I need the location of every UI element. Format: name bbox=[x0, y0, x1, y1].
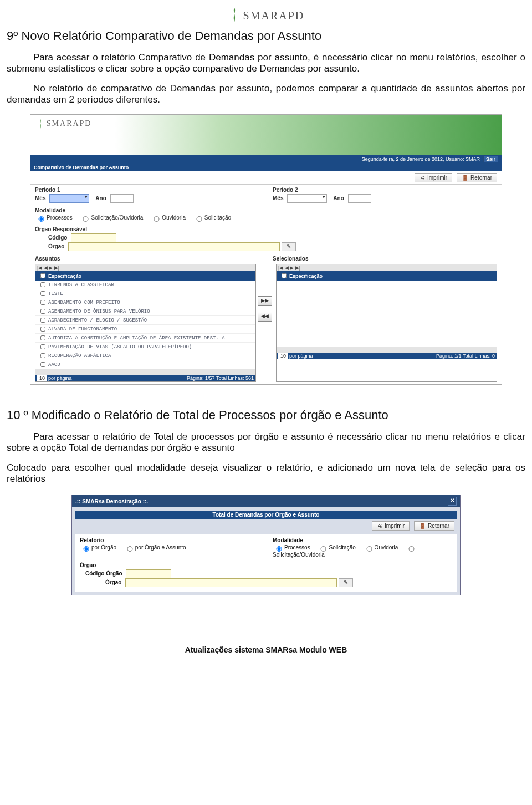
print-button[interactable]: 🖨Imprimir bbox=[415, 173, 452, 182]
section-1-p2: No relatório de comparativo de Demandas … bbox=[7, 83, 525, 105]
assunto-item[interactable]: AGRADECIMENTO / ELOGIO / SUGESTÃO bbox=[35, 316, 255, 325]
selecionados-label: Selecionados bbox=[273, 254, 497, 263]
selecionados-select-all[interactable] bbox=[280, 273, 288, 278]
orgao-group-label: Órgão bbox=[80, 561, 452, 569]
radio-solic-ouvidoria[interactable]: Solicitação/Ouvidoria bbox=[79, 215, 143, 221]
codigo-orgao-label: Código Órgão bbox=[85, 570, 122, 577]
assunto-item[interactable]: TERRENOS A CLASSIFICAR bbox=[35, 281, 255, 289]
ano2-input[interactable] bbox=[348, 194, 371, 203]
door-icon: 🚪 bbox=[462, 175, 468, 181]
brand-logo: SMARAPD bbox=[7, 7, 525, 24]
modalidade-label: Modalidade bbox=[35, 206, 497, 215]
app-header-logo: SMARAPD bbox=[47, 119, 92, 128]
assunto-item[interactable]: AUTORIZA A CONSTRUÇÃO E AMPLIAÇÃO DE ÁRE… bbox=[35, 334, 255, 343]
ano1-input[interactable] bbox=[110, 194, 134, 203]
move-right-button[interactable]: ▶▶ bbox=[258, 296, 272, 306]
close-icon[interactable]: ✕ bbox=[448, 497, 457, 506]
assuntos-footer: 10por página Página: 1/57 Total Linhas: … bbox=[35, 375, 255, 381]
section-2-p1: Para acessar o relatório de Total de pro… bbox=[7, 431, 525, 454]
selecionados-page-info: Página: 1/1 Total Linhas: 0 bbox=[436, 353, 495, 359]
screenshot-total-demandas: .:: SMARsa Demostração ::. ✕ Total de De… bbox=[71, 495, 461, 595]
assuntos-select-all[interactable] bbox=[39, 273, 47, 278]
printer-icon: 🖨 bbox=[377, 523, 382, 529]
modalidade-radios: Processos Solicitação/Ouvidoria Ouvidori… bbox=[35, 215, 497, 222]
relatorio-label: Relatório bbox=[80, 536, 259, 544]
selecionados-per-page-input[interactable]: 10 bbox=[278, 353, 288, 359]
codigo-label: Código bbox=[48, 235, 67, 241]
move-left-button[interactable]: ◀◀ bbox=[258, 312, 272, 322]
orgao-resp-label: Órgão Responsável bbox=[35, 225, 497, 233]
codigo-orgao-input[interactable] bbox=[126, 569, 171, 578]
assuntos-page-info: Página: 1/57 Total Linhas: 561 bbox=[187, 375, 254, 381]
radio-por-orgao[interactable]: por Órgão bbox=[80, 544, 116, 551]
selecionados-list: |◀ ◀ ▶ ▶| Especificação 10por página Pág… bbox=[276, 264, 497, 382]
ano2-label: Ano bbox=[333, 195, 344, 201]
periodo2-label: Período 2 bbox=[273, 186, 497, 194]
assuntos-list: |◀ ◀ ▶ ▶| Especificação TERRENOS A CLASS… bbox=[35, 264, 256, 382]
radio2-processos[interactable]: Processos bbox=[273, 544, 310, 551]
assuntos-label: Assuntos bbox=[35, 254, 259, 263]
assunto-item[interactable]: RECUPERAÇÃO ASFÁLTICA bbox=[35, 351, 255, 360]
radio-processos[interactable]: Processos bbox=[35, 215, 73, 221]
logout-button[interactable]: Sair bbox=[483, 156, 498, 162]
toolbar: 🖨Imprimir 🚪Retornar bbox=[30, 171, 502, 185]
assunto-item[interactable]: AGENDAMENTO DE ÔNIBUS PARA VELÓRIO bbox=[35, 307, 255, 316]
assuntos-header: Especificação bbox=[35, 271, 255, 281]
selecionados-navbar[interactable]: |◀ ◀ ▶ ▶| bbox=[277, 264, 497, 271]
periodo1-label: Período 1 bbox=[35, 186, 259, 194]
window-title: .:: SMARsa Demostração ::. bbox=[75, 498, 148, 505]
modalidade2-label: Modalidade bbox=[273, 536, 452, 544]
assuntos-per-page-input[interactable]: 10 bbox=[37, 375, 47, 381]
selecionados-scrollbar[interactable] bbox=[277, 347, 497, 353]
radio2-ouvidoria[interactable]: Ouvidoria bbox=[363, 544, 398, 551]
assuntos-navbar[interactable]: |◀ ◀ ▶ ▶| bbox=[35, 264, 255, 271]
door-icon: 🚪 bbox=[419, 523, 426, 529]
radio2-solicitacao[interactable]: Solicitação bbox=[317, 544, 355, 551]
ano1-label: Ano bbox=[95, 195, 106, 201]
orgao2-input[interactable] bbox=[125, 578, 337, 587]
mes2-label: Mês bbox=[273, 195, 283, 201]
radio-por-orgao-assunto[interactable]: por Órgão e Assunto bbox=[124, 544, 186, 551]
page-footer: Atualizações sistema SMARsa Modulo WEB bbox=[7, 645, 525, 654]
panel-toolbar: 🖨Imprimir 🚪Retornar bbox=[72, 519, 460, 533]
section-1-p1: Para acessar o relatório Comparativo de … bbox=[7, 52, 525, 74]
selecionados-footer: 10por página Página: 1/1 Total Linhas: 0 bbox=[277, 353, 497, 359]
brand-text: SMARAPD bbox=[243, 9, 305, 22]
page-title-bar: Comparativo de Demandas por Assunto bbox=[30, 164, 502, 171]
orgao2-lookup-button[interactable]: ✎ bbox=[339, 578, 353, 587]
mes2-select[interactable] bbox=[287, 194, 327, 203]
top-status-bar: Segunda-feira, 2 de Janeiro de 2012, Usu… bbox=[30, 155, 502, 164]
panel-title: Total de Demandas por Orgão e Assunto bbox=[75, 511, 457, 519]
selecionados-header: Especificação bbox=[277, 271, 497, 281]
assunto-item[interactable]: AACD bbox=[35, 360, 255, 369]
radio-ouvidoria[interactable]: Ouvidoria bbox=[150, 215, 186, 221]
window-titlebar: .:: SMARsa Demostração ::. ✕ bbox=[72, 495, 460, 507]
mes1-label: Mês bbox=[35, 195, 45, 201]
assuntos-scrollbar[interactable] bbox=[35, 369, 255, 375]
app-header: SMARAPD bbox=[30, 115, 502, 155]
return-button-2[interactable]: 🚪Retornar bbox=[414, 521, 454, 531]
orgao-lookup-button[interactable]: ✎ bbox=[282, 242, 296, 251]
orgao2-label: Órgão bbox=[105, 579, 121, 585]
return-button[interactable]: 🚪Retornar bbox=[457, 173, 497, 182]
codigo-input[interactable] bbox=[71, 233, 116, 242]
print-button-2[interactable]: 🖨Imprimir bbox=[372, 521, 410, 531]
section-2-title: 10 º Modificado o Relatório de Total de … bbox=[7, 408, 525, 422]
assunto-item[interactable]: PAVIMENTAÇÃO DE VIAS (ASFALTO OU PARALEL… bbox=[35, 343, 255, 351]
radio-solicitacao[interactable]: Solicitação bbox=[193, 215, 231, 221]
status-date-user: Segunda-feira, 2 de Janeiro de 2012, Usu… bbox=[362, 156, 480, 162]
assunto-item[interactable]: TESTE bbox=[35, 289, 255, 298]
section-2-p2: Colocado para escolher qual modalidade d… bbox=[7, 462, 525, 485]
mes1-select[interactable] bbox=[49, 194, 89, 203]
screenshot-comparativo: SMARAPD Segunda-feira, 2 de Janeiro de 2… bbox=[30, 114, 502, 385]
orgao-label: Órgão bbox=[48, 243, 64, 249]
section-1-title: 9º Novo Relatório Comparativo de Demanda… bbox=[7, 29, 525, 43]
orgao-input[interactable] bbox=[68, 242, 280, 251]
printer-icon: 🖨 bbox=[420, 175, 425, 181]
assunto-item[interactable]: ALVARÁ DE FUNCIONAMENTO bbox=[35, 325, 255, 334]
assunto-item[interactable]: AGENDAMENTO COM PREFEITO bbox=[35, 298, 255, 307]
